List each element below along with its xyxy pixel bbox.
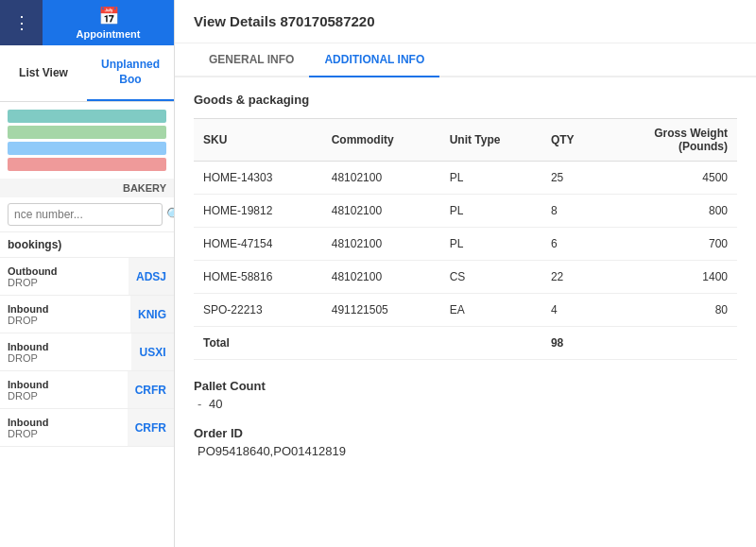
booking-type: Inbound (8, 341, 124, 352)
appointment-label: Appointment (77, 28, 141, 40)
menu-icon: ⋮ (13, 12, 30, 33)
booking-code: CRFR (128, 409, 174, 446)
booking-list: Outbound DROP ADSJ Inbound DROP KNIG Inb… (0, 258, 174, 547)
pallet-count-value: - 40 (194, 397, 737, 411)
cell-gross-weight: 1400 (603, 261, 737, 294)
booking-info: Inbound DROP (0, 333, 131, 370)
appointment-tab[interactable]: 📅 Appointment (43, 0, 174, 45)
col-commodity: Commodity (322, 119, 440, 162)
total-empty-unit-type (440, 327, 541, 360)
color-bar-teal (8, 110, 166, 123)
booking-info: Outbound DROP (0, 258, 129, 295)
cell-gross-weight: 800 (603, 195, 737, 228)
booking-subtype: DROP (8, 428, 120, 439)
booking-info: Inbound DROP (0, 409, 128, 446)
cell-gross-weight: 80 (603, 294, 737, 327)
table-row: HOME-58816 48102100 CS 22 1400 (194, 261, 737, 294)
pallet-count-label: Pallet Count (194, 379, 737, 393)
sidebar-menu[interactable]: ⋮ (0, 0, 43, 45)
pallet-count-section: Pallet Count - 40 (194, 379, 737, 411)
booking-subtype: DROP (8, 352, 124, 364)
cell-qty: 4 (541, 294, 603, 327)
panel-content: Goods & packaging SKU Commodity Unit Typ… (175, 77, 756, 547)
table-row: HOME-19812 48102100 PL 8 800 (194, 195, 737, 228)
table-row: HOME-14303 48102100 PL 25 4500 (194, 162, 737, 195)
cell-unit-type: PL (440, 228, 541, 261)
list-item[interactable]: Inbound DROP CRFR (0, 409, 174, 447)
cell-unit-type: CS (440, 261, 541, 294)
tab-general-info[interactable]: GENERAL INFO (194, 43, 309, 77)
cell-commodity: 48102100 (322, 162, 440, 195)
pallet-count-number: 40 (209, 397, 222, 411)
total-empty-commodity (322, 327, 440, 360)
booking-type: Inbound (8, 303, 123, 315)
cell-sku: HOME-19812 (194, 195, 322, 228)
order-id-label: Order ID (194, 426, 737, 440)
list-item[interactable]: Inbound DROP KNIG (0, 296, 174, 333)
bookings-label: bookings) (0, 232, 174, 258)
cell-qty: 25 (541, 162, 603, 195)
order-id-section: Order ID PO95418640,PO01412819 (194, 426, 737, 458)
order-id-value: PO95418640,PO01412819 (194, 444, 737, 458)
cell-commodity: 48102100 (322, 195, 440, 228)
booking-code: ADSJ (129, 258, 174, 295)
search-bar: 🔍 (0, 197, 174, 232)
main-panel: View Details 870170587220 GENERAL INFO A… (175, 0, 756, 547)
goods-table: SKU Commodity Unit Type QTY Gross Weight… (194, 118, 737, 360)
booking-type: Outbound (8, 265, 121, 277)
sidebar-section-label: BAKERY (0, 179, 174, 197)
list-item[interactable]: Inbound DROP CRFR (0, 371, 174, 409)
sidebar: ⋮ 📅 Appointment List View Unplanned Boo (0, 0, 175, 547)
panel-tabs: GENERAL INFO ADDITIONAL INFO (175, 43, 756, 77)
booking-type: Inbound (8, 417, 120, 428)
booking-info: Inbound DROP (0, 296, 130, 333)
cell-gross-weight: 4500 (603, 162, 737, 195)
cell-commodity: 491121505 (322, 294, 440, 327)
col-unit-type: Unit Type (440, 119, 541, 162)
cell-unit-type: PL (440, 195, 541, 228)
search-input[interactable] (8, 203, 163, 226)
color-bar-blue (8, 142, 166, 155)
cell-commodity: 48102100 (322, 261, 440, 294)
cell-qty: 6 (541, 228, 603, 261)
total-label: Total (194, 327, 322, 360)
tab-unplanned-boo[interactable]: Unplanned Boo (87, 45, 174, 101)
col-qty: QTY (541, 119, 603, 162)
cell-qty: 22 (541, 261, 603, 294)
booking-code: KNIG (130, 296, 174, 333)
sidebar-tabs: List View Unplanned Boo (0, 45, 174, 102)
color-bars (0, 102, 174, 179)
total-gross-weight (603, 327, 737, 360)
goods-section-title: Goods & packaging (194, 93, 737, 107)
total-qty: 98 (541, 327, 603, 360)
panel-title: View Details 870170587220 (194, 13, 375, 29)
cell-gross-weight: 700 (603, 228, 737, 261)
appointment-icon: 📅 (98, 6, 119, 26)
tab-list-view[interactable]: List View (0, 45, 87, 101)
cell-qty: 8 (541, 195, 603, 228)
booking-code: CRFR (128, 371, 174, 408)
booking-type: Inbound (8, 379, 120, 390)
list-item[interactable]: Outbound DROP ADSJ (0, 258, 174, 296)
cell-sku: HOME-14303 (194, 162, 322, 195)
table-row: HOME-47154 48102100 PL 6 700 (194, 228, 737, 261)
booking-subtype: DROP (8, 390, 120, 402)
booking-info: Inbound DROP (0, 371, 128, 408)
color-bar-red (8, 158, 166, 171)
table-row: SPO-22213 491121505 EA 4 80 (194, 294, 737, 327)
col-gross-weight: Gross Weight (Pounds) (603, 119, 737, 162)
pallet-count-dash: - (198, 397, 201, 411)
cell-unit-type: PL (440, 162, 541, 195)
table-total-row: Total 98 (194, 327, 737, 360)
booking-subtype: DROP (8, 315, 123, 326)
booking-subtype: DROP (8, 277, 121, 288)
search-icon[interactable]: 🔍 (166, 207, 175, 222)
color-bar-green (8, 126, 166, 139)
cell-unit-type: EA (440, 294, 541, 327)
tab-additional-info[interactable]: ADDITIONAL INFO (309, 43, 439, 77)
booking-code: USXI (131, 333, 174, 370)
sidebar-header: ⋮ 📅 Appointment (0, 0, 174, 45)
cell-sku: SPO-22213 (194, 294, 322, 327)
cell-commodity: 48102100 (322, 228, 440, 261)
list-item[interactable]: Inbound DROP USXI (0, 333, 174, 371)
